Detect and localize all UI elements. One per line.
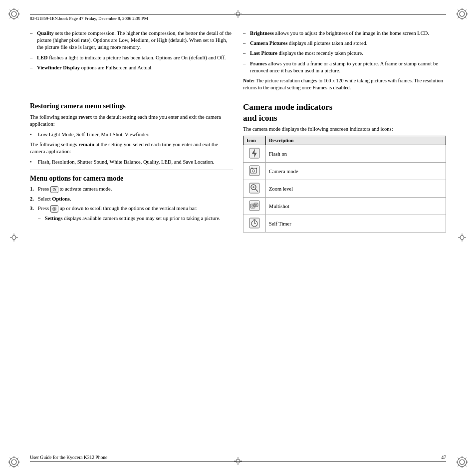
dash-r1: – — [243, 30, 249, 37]
icons-table: Icon Description — [243, 136, 446, 233]
svg-point-11 — [460, 11, 465, 16]
table-row-timer: Self Timer — [243, 215, 446, 233]
brightness-text: Brightness allows you to adjust the brig… — [250, 30, 446, 37]
viewfinder-text: Viewfinder Display options are Fullscree… — [37, 64, 233, 71]
multishot-icon-cell — [243, 198, 266, 215]
restoring-heading: Restoring camera menu settings — [30, 102, 233, 111]
flash-description: Flash on — [266, 145, 446, 163]
svg-rect-66 — [251, 168, 253, 169]
bottom-left: Restoring camera menu settings The follo… — [30, 102, 233, 233]
step-2-text: Select Options. — [38, 196, 233, 203]
step-2: 2. Select Options. — [30, 196, 233, 203]
zoom-description: Zoom level — [266, 180, 446, 198]
remain-list: Flash, Resolution, Shutter Sound, White … — [38, 159, 214, 166]
remain-intro: The following settings remain at the set… — [30, 141, 233, 156]
step-3: 3. Press ◎ up or down to scroll through … — [30, 205, 233, 213]
last-picture-text: Last Picture displays the most recently … — [250, 50, 446, 57]
camera-mode-heading: Camera mode indicatorsand icons — [243, 102, 446, 123]
restoring-section: Restoring camera menu settings The follo… — [30, 102, 233, 165]
frames-text: Frames allows you to add a frame or a st… — [250, 60, 446, 74]
footer-bar: User Guide for the Kyocera K312 Phone 47 — [30, 455, 446, 462]
remain-bullet: • Flash, Resolution, Shutter Sound, Whit… — [30, 159, 233, 166]
scroll-key-icon: ◎ — [50, 205, 58, 212]
crosshair-right — [458, 234, 466, 242]
crosshair-left — [10, 234, 18, 242]
timer-icon-cell — [243, 215, 266, 233]
dash-r4: – — [243, 60, 249, 74]
settings-text: Settings displays available camera setti… — [45, 215, 233, 222]
menu-options-section: Menu options for camera mode 1. Press ⊙ … — [30, 174, 233, 222]
header-text: 82-G1859-1EN.book Page 47 Friday, Decemb… — [30, 16, 148, 21]
led-text: LED flashes a light to indicate a pictur… — [37, 54, 233, 61]
frames-term: Frames — [250, 61, 267, 66]
bullet-2: • — [30, 159, 37, 166]
bottom-section: Restoring camera menu settings The follo… — [30, 102, 446, 233]
flash-icon-cell — [243, 145, 266, 163]
dash-r2: – — [243, 40, 249, 47]
dash-1: – — [30, 30, 36, 51]
page-container: 82-G1859-1EN.book Page 47 Friday, Decemb… — [0, 0, 476, 476]
corner-decoration-tl — [7, 7, 21, 21]
options-term: Options — [52, 196, 70, 202]
restoring-intro: The following settings revert to the def… — [30, 114, 233, 128]
dash-s1: – — [38, 215, 44, 222]
revert-word: revert — [78, 114, 92, 120]
camera-icon-cell — [243, 163, 266, 180]
frames-item: – Frames allows you to add a frame or a … — [243, 60, 446, 74]
bottom-right: Camera mode indicatorsand icons The came… — [243, 102, 446, 233]
camera-pictures-item: – Camera Pictures displays all pictures … — [243, 40, 446, 47]
bullet-1: • — [30, 131, 37, 138]
header-bar: 82-G1859-1EN.book Page 47 Friday, Decemb… — [30, 14, 446, 21]
content-area: – Quality sets the picture compression. … — [30, 30, 446, 449]
step-1-text: Press ⊙ to activate camera mode. — [38, 186, 233, 193]
viewfinder-term: Viewfinder Display — [37, 65, 80, 70]
page-number: 47 — [442, 455, 447, 460]
timer-description: Self Timer — [266, 215, 446, 233]
camera-key-icon: ⊙ — [50, 186, 58, 193]
table-row-camera: Camera mode — [243, 163, 446, 180]
svg-point-21 — [11, 460, 16, 465]
dash-3: – — [30, 64, 36, 71]
last-picture-item: – Last Picture displays the most recentl… — [243, 50, 446, 57]
note-label: Note: — [243, 78, 254, 83]
camera-mode-icon — [248, 172, 260, 178]
camera-description: Camera mode — [266, 163, 446, 180]
step-2-num: 2. — [30, 196, 38, 203]
svg-point-55 — [460, 236, 464, 239]
zoom-icon-cell — [243, 180, 266, 198]
self-timer-icon — [248, 225, 260, 230]
corner-decoration-tr — [455, 7, 469, 21]
revert-bullet: • Low Light Mode, Self Timer, MultiShot,… — [30, 131, 233, 138]
divider-1 — [30, 170, 233, 170]
quality-text: Quality sets the picture compression. Th… — [37, 30, 233, 51]
led-item: – LED flashes a light to indicate a pict… — [30, 54, 233, 61]
brightness-term: Brightness — [250, 30, 274, 36]
menu-options-heading: Menu options for camera mode — [30, 174, 233, 183]
step-1-num: 1. — [30, 186, 38, 193]
note-box: Note: The picture resolution changes to … — [243, 77, 446, 91]
footer-left: User Guide for the Kyocera K312 Phone — [30, 455, 107, 460]
camera-pictures-term: Camera Pictures — [250, 40, 287, 46]
step-3-text: Press ◎ up or down to scroll through the… — [38, 205, 233, 213]
left-col-top: – Quality sets the picture compression. … — [30, 30, 233, 95]
remain-word: remain — [78, 142, 94, 147]
top-two-col: – Quality sets the picture compression. … — [30, 30, 446, 95]
brightness-item: – Brightness allows you to adjust the br… — [243, 30, 446, 37]
led-term: LED — [37, 55, 48, 60]
zoom-icon — [248, 190, 260, 195]
revert-list: Low Light Mode, Self Timer, MultiShot, V… — [38, 131, 149, 138]
step-1: 1. Press ⊙ to activate camera mode. — [30, 186, 233, 193]
table-header-description: Description — [266, 136, 446, 145]
table-header-icon: Icon — [243, 136, 266, 145]
viewfinder-item: – Viewfinder Display options are Fullscr… — [30, 64, 233, 71]
settings-subitem: – Settings displays available camera set… — [38, 215, 233, 222]
flash-icon — [248, 155, 260, 160]
quality-term: Quality — [37, 30, 54, 36]
table-row-zoom: Zoom level — [243, 180, 446, 198]
camera-mode-intro: The camera mode displays the following o… — [243, 126, 446, 133]
table-row-flash: Flash on — [243, 145, 446, 163]
last-picture-term: Last Picture — [250, 50, 277, 56]
svg-point-1 — [11, 11, 16, 16]
table-row-multishot: Multishot — [243, 198, 446, 215]
multishot-description: Multishot — [266, 198, 446, 215]
